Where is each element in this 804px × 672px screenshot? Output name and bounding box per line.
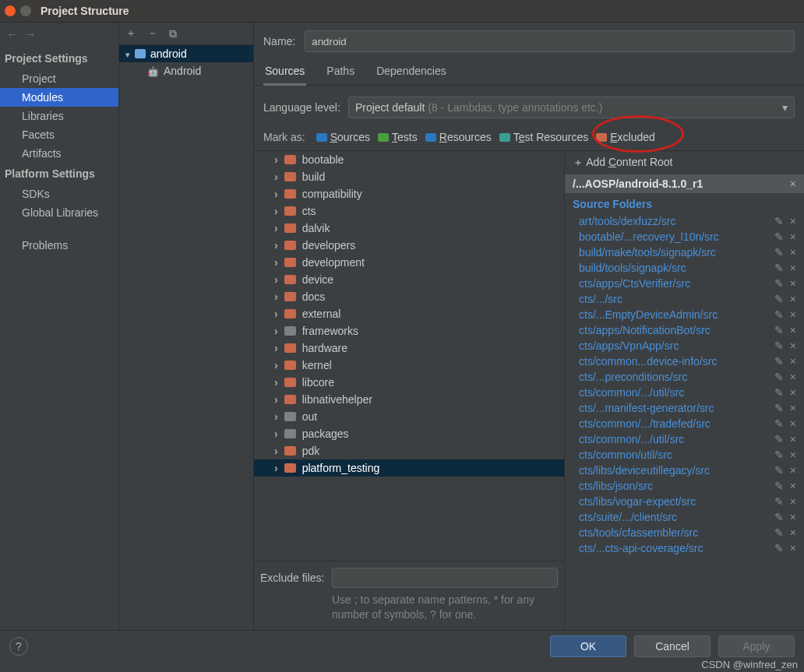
- source-folder-path[interactable]: cts/libs/vogar-expect/src: [579, 495, 696, 508]
- source-folder-row[interactable]: build/tools/signapk/src✎×: [565, 260, 804, 276]
- add-content-root[interactable]: ＋ Add Content Root: [565, 151, 804, 174]
- dir-row-development[interactable]: development: [254, 254, 564, 271]
- ok-button[interactable]: OK: [550, 635, 626, 657]
- remove-icon[interactable]: ×: [790, 542, 796, 554]
- dir-row-kernel[interactable]: kernel: [254, 357, 564, 374]
- source-folder-row[interactable]: cts/...cts-api-coverage/src✎×: [565, 540, 804, 556]
- dir-row-libcore[interactable]: libcore: [254, 374, 564, 391]
- edit-icon[interactable]: ✎: [774, 542, 784, 554]
- tab-paths[interactable]: Paths: [325, 60, 356, 85]
- source-folder-path[interactable]: cts/suite/.../client/src: [579, 511, 677, 523]
- source-folder-row[interactable]: build/make/tools/signapk/src✎×: [565, 245, 804, 260]
- source-folder-row[interactable]: cts/apps/CtsVerifier/src✎×: [565, 276, 804, 291]
- dir-row-bootable[interactable]: bootable: [254, 151, 564, 168]
- source-folder-row[interactable]: cts/.../src✎×: [565, 291, 804, 307]
- dir-row-external[interactable]: external: [254, 305, 564, 322]
- module-facet-android[interactable]: Android: [119, 62, 253, 79]
- source-folder-path[interactable]: cts/libs/deviceutillegacy/src: [579, 464, 710, 477]
- dir-row-packages[interactable]: packages: [254, 425, 564, 442]
- expand-icon[interactable]: [274, 205, 278, 217]
- help-button[interactable]: ?: [9, 637, 28, 656]
- edit-icon[interactable]: ✎: [774, 230, 784, 243]
- nav-arrows[interactable]: ← →: [0, 23, 118, 47]
- expand-icon[interactable]: [274, 239, 278, 252]
- module-node-android[interactable]: android: [119, 45, 253, 62]
- edit-icon[interactable]: ✎: [774, 495, 784, 508]
- edit-icon[interactable]: ✎: [774, 308, 784, 321]
- mark-resources[interactable]: Resources: [425, 131, 492, 143]
- edit-icon[interactable]: ✎: [774, 417, 784, 430]
- source-folder-path[interactable]: cts/...manifest-generator/src: [579, 402, 714, 414]
- dir-row-docs[interactable]: docs: [254, 288, 564, 305]
- copy-module-icon[interactable]: ⧉: [169, 27, 177, 40]
- expand-icon[interactable]: [274, 427, 278, 440]
- expand-icon[interactable]: [274, 393, 278, 406]
- edit-icon[interactable]: ✎: [774, 386, 784, 399]
- remove-icon[interactable]: ×: [790, 433, 796, 445]
- edit-icon[interactable]: ✎: [774, 355, 784, 368]
- sidebar-item-sdks[interactable]: SDKs: [0, 185, 118, 203]
- sidebar-item-project[interactable]: Project: [0, 69, 118, 88]
- source-folder-path[interactable]: cts/common/.../util/src: [579, 433, 684, 445]
- tab-dependencies[interactable]: Dependencies: [375, 60, 448, 85]
- window-minimize-icon[interactable]: [20, 5, 31, 16]
- edit-icon[interactable]: ✎: [774, 511, 784, 523]
- edit-icon[interactable]: ✎: [774, 293, 784, 305]
- remove-icon[interactable]: ×: [790, 308, 796, 321]
- source-folder-path[interactable]: build/make/tools/signapk/src: [579, 246, 716, 259]
- language-level-combo[interactable]: Project default (8 - Lambdas, type annot…: [348, 97, 795, 118]
- remove-icon[interactable]: ×: [790, 449, 796, 461]
- source-folder-row[interactable]: cts/...manifest-generator/src✎×: [565, 400, 804, 416]
- expand-icon[interactable]: [274, 445, 278, 457]
- edit-icon[interactable]: ✎: [774, 480, 784, 492]
- add-module-icon[interactable]: ＋: [125, 26, 136, 40]
- expand-icon[interactable]: [274, 273, 278, 286]
- source-folder-row[interactable]: bootable/...recovery_l10n/src✎×: [565, 229, 804, 245]
- remove-module-icon[interactable]: －: [147, 26, 158, 40]
- cancel-button[interactable]: Cancel: [634, 635, 711, 657]
- source-folder-path[interactable]: cts/apps/CtsVerifier/src: [579, 277, 690, 290]
- source-folder-row[interactable]: cts/common/util/src✎×: [565, 447, 804, 463]
- sidebar-item-modules[interactable]: Modules: [0, 88, 118, 107]
- mark-excluded[interactable]: Excluded: [596, 131, 655, 143]
- expand-icon[interactable]: [274, 256, 278, 269]
- sidebar-item-libraries[interactable]: Libraries: [0, 107, 118, 125]
- remove-icon[interactable]: ×: [790, 215, 796, 227]
- remove-icon[interactable]: ×: [790, 495, 796, 508]
- source-folder-row[interactable]: cts/common...device-info/src✎×: [565, 354, 804, 369]
- source-folder-path[interactable]: cts/tools/cfassembler/src: [579, 526, 698, 539]
- source-folder-row[interactable]: cts/apps/VpnApp/src✎×: [565, 338, 804, 354]
- sidebar-item-artifacts[interactable]: Artifacts: [0, 144, 118, 163]
- mark-tests[interactable]: Tests: [378, 131, 418, 143]
- edit-icon[interactable]: ✎: [774, 277, 784, 290]
- source-folder-row[interactable]: art/tools/dexfuzz/src✎×: [565, 213, 804, 229]
- edit-icon[interactable]: ✎: [774, 464, 784, 477]
- source-folder-path[interactable]: cts/apps/NotificationBot/src: [579, 324, 711, 336]
- source-folder-path[interactable]: art/tools/dexfuzz/src: [579, 215, 676, 227]
- remove-icon[interactable]: ×: [790, 230, 796, 243]
- source-folder-row[interactable]: cts/common/.../util/src✎×: [565, 431, 804, 447]
- edit-icon[interactable]: ✎: [774, 246, 784, 259]
- source-folder-path[interactable]: cts/common/util/src: [579, 449, 672, 461]
- sidebar-item-problems[interactable]: Problems: [0, 236, 118, 255]
- expand-icon[interactable]: [274, 188, 278, 200]
- dir-row-libnativehelper[interactable]: libnativehelper: [254, 391, 564, 408]
- expand-icon[interactable]: [274, 410, 278, 423]
- remove-icon[interactable]: ×: [790, 480, 796, 492]
- remove-icon[interactable]: ×: [790, 526, 796, 539]
- window-close-icon[interactable]: [5, 5, 16, 16]
- sidebar-item-global-libraries[interactable]: Global Libraries: [0, 203, 118, 222]
- expand-icon[interactable]: [274, 325, 278, 337]
- source-folder-row[interactable]: cts/tools/cfassembler/src✎×: [565, 525, 804, 540]
- expand-icon[interactable]: [274, 222, 278, 234]
- remove-icon[interactable]: ×: [790, 464, 796, 477]
- dir-row-build[interactable]: build: [254, 168, 564, 185]
- remove-icon[interactable]: ×: [790, 417, 796, 430]
- edit-icon[interactable]: ✎: [774, 433, 784, 445]
- expand-icon[interactable]: [274, 376, 278, 389]
- mark-test-resources[interactable]: Test Resources: [499, 131, 589, 143]
- source-folder-path[interactable]: cts/common/.../tradefed/src: [579, 417, 711, 430]
- expand-icon[interactable]: [274, 290, 278, 303]
- expand-icon[interactable]: [274, 153, 278, 166]
- edit-icon[interactable]: ✎: [774, 371, 784, 383]
